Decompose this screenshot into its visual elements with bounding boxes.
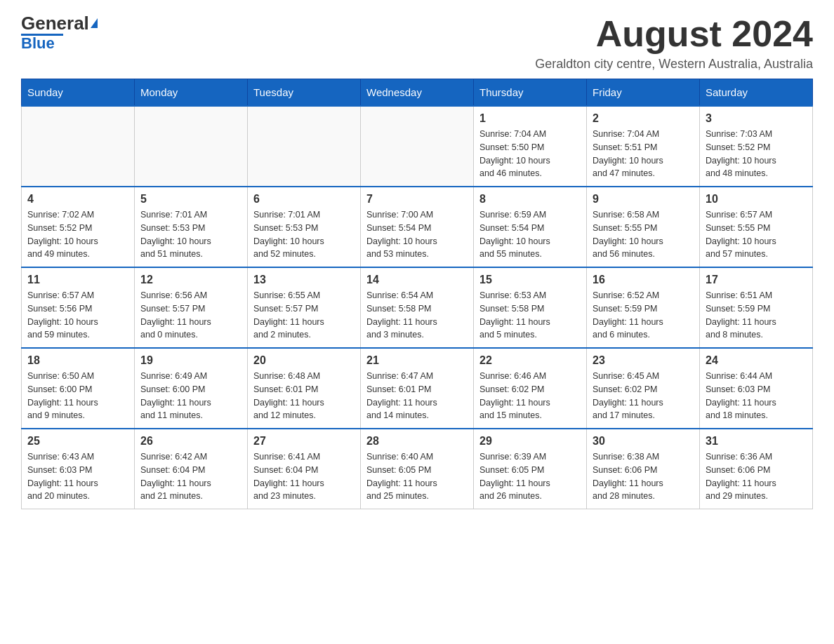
day-number: 12 <box>140 274 241 286</box>
calendar-table: SundayMondayTuesdayWednesdayThursdayFrid… <box>21 79 813 509</box>
calendar-week-row: 11Sunrise: 6:57 AMSunset: 5:56 PMDayligh… <box>22 267 813 348</box>
calendar-day-cell: 5Sunrise: 7:01 AMSunset: 5:53 PMDaylight… <box>135 187 248 267</box>
calendar-day-cell: 24Sunrise: 6:44 AMSunset: 6:03 PMDayligh… <box>700 348 813 429</box>
calendar-day-cell: 17Sunrise: 6:51 AMSunset: 5:59 PMDayligh… <box>700 267 813 348</box>
day-info: Sunrise: 7:02 AMSunset: 5:52 PMDaylight:… <box>27 208 128 261</box>
calendar-day-cell: 22Sunrise: 6:46 AMSunset: 6:02 PMDayligh… <box>474 348 587 429</box>
day-number: 2 <box>593 112 694 125</box>
day-info: Sunrise: 6:38 AMSunset: 6:06 PMDaylight:… <box>593 450 694 503</box>
location-subtitle: Geraldton city centre, Western Australia… <box>535 57 813 72</box>
calendar-day-cell: 28Sunrise: 6:40 AMSunset: 6:05 PMDayligh… <box>361 429 474 509</box>
calendar-day-cell: 14Sunrise: 6:54 AMSunset: 5:58 PMDayligh… <box>361 267 474 348</box>
calendar-day-cell: 3Sunrise: 7:03 AMSunset: 5:52 PMDaylight… <box>700 106 813 187</box>
calendar-day-cell: 6Sunrise: 7:01 AMSunset: 5:53 PMDaylight… <box>248 187 361 267</box>
calendar-day-cell: 11Sunrise: 6:57 AMSunset: 5:56 PMDayligh… <box>22 267 135 348</box>
day-number: 18 <box>27 354 128 367</box>
day-info: Sunrise: 6:54 AMSunset: 5:58 PMDaylight:… <box>366 289 468 342</box>
day-info: Sunrise: 7:04 AMSunset: 5:50 PMDaylight:… <box>479 128 581 180</box>
day-number: 4 <box>27 193 128 206</box>
calendar-day-cell: 25Sunrise: 6:43 AMSunset: 6:03 PMDayligh… <box>22 429 135 509</box>
day-number: 17 <box>706 274 807 286</box>
day-number: 30 <box>593 435 694 448</box>
day-number: 3 <box>706 112 807 125</box>
day-number: 23 <box>593 354 694 367</box>
calendar-day-cell: 29Sunrise: 6:39 AMSunset: 6:05 PMDayligh… <box>474 429 587 509</box>
day-number: 6 <box>253 193 355 206</box>
day-number: 21 <box>366 354 468 367</box>
day-info: Sunrise: 6:58 AMSunset: 5:55 PMDaylight:… <box>593 208 694 261</box>
day-number: 5 <box>140 193 241 206</box>
day-info: Sunrise: 7:00 AMSunset: 5:54 PMDaylight:… <box>366 208 468 261</box>
day-info: Sunrise: 6:50 AMSunset: 6:00 PMDaylight:… <box>27 370 128 422</box>
day-number: 7 <box>366 193 468 206</box>
day-number: 20 <box>253 354 355 367</box>
day-info: Sunrise: 6:42 AMSunset: 6:04 PMDaylight:… <box>140 450 241 503</box>
day-info: Sunrise: 6:57 AMSunset: 5:56 PMDaylight:… <box>27 289 128 342</box>
day-number: 28 <box>366 435 468 448</box>
calendar-day-cell: 27Sunrise: 6:41 AMSunset: 6:04 PMDayligh… <box>248 429 361 509</box>
calendar-day-cell: 7Sunrise: 7:00 AMSunset: 5:54 PMDaylight… <box>361 187 474 267</box>
day-info: Sunrise: 7:01 AMSunset: 5:53 PMDaylight:… <box>253 208 355 261</box>
calendar-day-cell <box>248 106 361 187</box>
calendar-weekday-monday: Monday <box>135 79 248 107</box>
day-info: Sunrise: 6:45 AMSunset: 6:02 PMDaylight:… <box>593 370 694 422</box>
day-info: Sunrise: 6:47 AMSunset: 6:01 PMDaylight:… <box>366 370 468 422</box>
calendar-weekday-tuesday: Tuesday <box>248 79 361 107</box>
logo: General Blue <box>21 14 98 51</box>
calendar-week-row: 18Sunrise: 6:50 AMSunset: 6:00 PMDayligh… <box>22 348 813 429</box>
day-number: 24 <box>706 354 807 367</box>
day-info: Sunrise: 7:03 AMSunset: 5:52 PMDaylight:… <box>706 128 807 180</box>
day-number: 11 <box>27 274 128 286</box>
day-number: 22 <box>479 354 581 367</box>
calendar-day-cell: 23Sunrise: 6:45 AMSunset: 6:02 PMDayligh… <box>587 348 700 429</box>
day-number: 15 <box>479 274 581 286</box>
day-number: 31 <box>706 435 807 448</box>
calendar-weekday-friday: Friday <box>587 79 700 107</box>
calendar-day-cell: 12Sunrise: 6:56 AMSunset: 5:57 PMDayligh… <box>135 267 248 348</box>
day-info: Sunrise: 6:59 AMSunset: 5:54 PMDaylight:… <box>479 208 581 261</box>
day-info: Sunrise: 6:39 AMSunset: 6:05 PMDaylight:… <box>479 450 581 503</box>
page-header: General Blue August 2024 Geraldton city … <box>21 14 813 72</box>
day-info: Sunrise: 6:57 AMSunset: 5:55 PMDaylight:… <box>706 208 807 261</box>
day-number: 16 <box>593 274 694 286</box>
day-info: Sunrise: 6:51 AMSunset: 5:59 PMDaylight:… <box>706 289 807 342</box>
calendar-day-cell: 8Sunrise: 6:59 AMSunset: 5:54 PMDaylight… <box>474 187 587 267</box>
calendar-header-row: SundayMondayTuesdayWednesdayThursdayFrid… <box>22 79 813 107</box>
day-info: Sunrise: 6:55 AMSunset: 5:57 PMDaylight:… <box>253 289 355 342</box>
day-info: Sunrise: 6:46 AMSunset: 6:02 PMDaylight:… <box>479 370 581 422</box>
calendar-day-cell: 30Sunrise: 6:38 AMSunset: 6:06 PMDayligh… <box>587 429 700 509</box>
calendar-day-cell: 4Sunrise: 7:02 AMSunset: 5:52 PMDaylight… <box>22 187 135 267</box>
day-number: 27 <box>253 435 355 448</box>
day-info: Sunrise: 7:04 AMSunset: 5:51 PMDaylight:… <box>593 128 694 180</box>
day-info: Sunrise: 6:43 AMSunset: 6:03 PMDaylight:… <box>27 450 128 503</box>
title-block: August 2024 Geraldton city centre, Weste… <box>535 14 813 72</box>
calendar-day-cell <box>135 106 248 187</box>
calendar-week-row: 1Sunrise: 7:04 AMSunset: 5:50 PMDaylight… <box>22 106 813 187</box>
calendar-weekday-saturday: Saturday <box>700 79 813 107</box>
day-number: 8 <box>479 193 581 206</box>
logo-text-general: General <box>21 14 89 32</box>
calendar-day-cell: 13Sunrise: 6:55 AMSunset: 5:57 PMDayligh… <box>248 267 361 348</box>
day-info: Sunrise: 6:48 AMSunset: 6:01 PMDaylight:… <box>253 370 355 422</box>
day-number: 13 <box>253 274 355 286</box>
day-number: 1 <box>479 112 581 125</box>
calendar-day-cell: 16Sunrise: 6:52 AMSunset: 5:59 PMDayligh… <box>587 267 700 348</box>
calendar-day-cell: 19Sunrise: 6:49 AMSunset: 6:00 PMDayligh… <box>135 348 248 429</box>
calendar-weekday-sunday: Sunday <box>22 79 135 107</box>
logo-text-blue: Blue <box>21 36 55 51</box>
day-info: Sunrise: 6:56 AMSunset: 5:57 PMDaylight:… <box>140 289 241 342</box>
day-info: Sunrise: 6:41 AMSunset: 6:04 PMDaylight:… <box>253 450 355 503</box>
calendar-day-cell: 1Sunrise: 7:04 AMSunset: 5:50 PMDaylight… <box>474 106 587 187</box>
day-number: 9 <box>593 193 694 206</box>
logo-triangle-icon <box>91 18 98 28</box>
day-info: Sunrise: 6:40 AMSunset: 6:05 PMDaylight:… <box>366 450 468 503</box>
day-info: Sunrise: 7:01 AMSunset: 5:53 PMDaylight:… <box>140 208 241 261</box>
day-number: 10 <box>706 193 807 206</box>
calendar-week-row: 4Sunrise: 7:02 AMSunset: 5:52 PMDaylight… <box>22 187 813 267</box>
day-info: Sunrise: 6:36 AMSunset: 6:06 PMDaylight:… <box>706 450 807 503</box>
calendar-day-cell: 26Sunrise: 6:42 AMSunset: 6:04 PMDayligh… <box>135 429 248 509</box>
day-info: Sunrise: 6:44 AMSunset: 6:03 PMDaylight:… <box>706 370 807 422</box>
calendar-day-cell <box>22 106 135 187</box>
day-number: 14 <box>366 274 468 286</box>
day-info: Sunrise: 6:49 AMSunset: 6:00 PMDaylight:… <box>140 370 241 422</box>
